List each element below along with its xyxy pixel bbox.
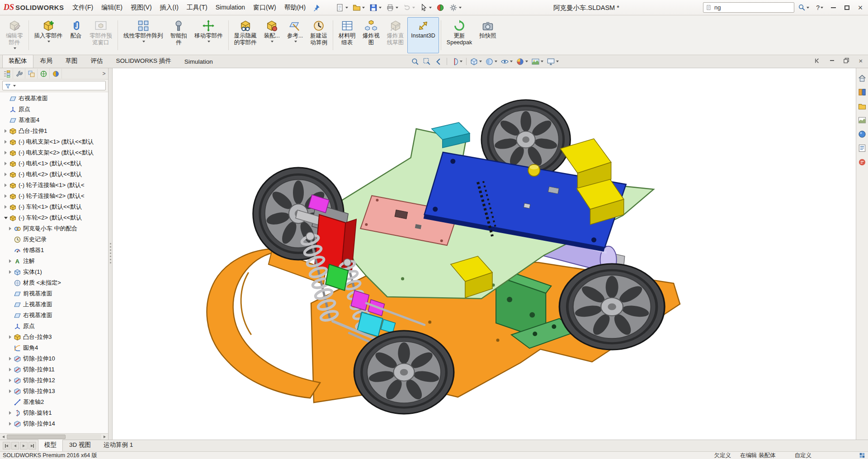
- tab-评估[interactable]: 评估: [85, 55, 109, 68]
- fm-dimxpert-tab[interactable]: [38, 69, 50, 79]
- view-settings-button[interactable]: [545, 57, 560, 66]
- scrollbar-track[interactable]: [7, 434, 101, 440]
- expand-arrow-icon[interactable]: [7, 368, 13, 371]
- panel-expand-arrow-icon[interactable]: >: [100, 70, 108, 77]
- tree-item[interactable]: 右视基准面: [0, 310, 108, 321]
- tree-item[interactable]: (-) 车轮<1> (默认<<默认: [0, 201, 108, 212]
- tab-布局[interactable]: 布局: [34, 55, 59, 68]
- expand-arrow-icon[interactable]: [7, 335, 13, 339]
- view-palette-tab[interactable]: [858, 116, 867, 125]
- scrollbar-thumb[interactable]: [7, 435, 66, 439]
- expand-arrow-icon[interactable]: [3, 205, 9, 209]
- zoom-to-fit-button[interactable]: [410, 57, 421, 66]
- expand-arrow-icon[interactable]: [7, 357, 13, 361]
- expand-arrow-icon[interactable]: [3, 140, 9, 144]
- tab-next-button[interactable]: [20, 442, 28, 450]
- menu-1[interactable]: 文件(F): [68, 1, 97, 14]
- scroll-right-button[interactable]: [101, 434, 108, 440]
- tree-item[interactable]: 凸台-拉伸3: [0, 332, 108, 342]
- tree-item[interactable]: 基准面4: [0, 115, 108, 126]
- edit-component-button[interactable]: 编辑零部件: [2, 17, 27, 53]
- options-button[interactable]: [448, 2, 463, 13]
- fm-display-tab[interactable]: [50, 69, 62, 79]
- tab-first-button[interactable]: [3, 442, 10, 450]
- tree-item[interactable]: (-) 电机<2> (默认<<默认: [0, 169, 108, 180]
- panel-splitter[interactable]: [108, 68, 113, 440]
- update-speedpak-button[interactable]: 更新Speedpak: [443, 17, 476, 53]
- appearances-scenes-tab[interactable]: [858, 130, 867, 139]
- assembly-features-button[interactable]: 装配...: [260, 17, 283, 53]
- open-button[interactable]: [351, 2, 366, 13]
- search-input[interactable]: ng: [703, 2, 794, 13]
- linear-component-pattern-button[interactable]: 线性零部件阵列: [120, 17, 167, 53]
- tree-item[interactable]: A注解: [0, 256, 108, 267]
- exploded-view-button[interactable]: 爆炸视图: [359, 17, 383, 53]
- tree-item[interactable]: 前视基准面: [0, 288, 108, 299]
- fm-properties-tab[interactable]: [13, 69, 25, 79]
- graphics-area[interactable]: [113, 68, 856, 440]
- scroll-left-button[interactable]: [0, 434, 7, 440]
- search-button[interactable]: [796, 3, 811, 12]
- tree-item[interactable]: 原点: [0, 321, 108, 332]
- smart-fasteners-button[interactable]: 智能扣件: [167, 17, 191, 53]
- reference-geometry-button[interactable]: 参考...: [283, 17, 307, 53]
- solidworks-resources-tab[interactable]: [858, 74, 867, 83]
- model-canvas[interactable]: [113, 68, 856, 440]
- expand-arrow-icon[interactable]: [3, 173, 9, 176]
- new-motion-study-button[interactable]: 新建运动算例: [307, 17, 331, 53]
- expand-arrow-icon[interactable]: [7, 422, 13, 426]
- show-hidden-components-button[interactable]: 显示隐藏的零部件: [231, 17, 260, 53]
- new-document-button[interactable]: [334, 2, 349, 13]
- expand-arrow-icon[interactable]: [7, 270, 13, 274]
- tab-装配体[interactable]: 装配体: [2, 55, 33, 68]
- tree-item[interactable]: 材质 <未指定>: [0, 277, 108, 288]
- part-wheel-front-bottom[interactable]: [354, 331, 454, 414]
- tree-item[interactable]: 切除-拉伸13: [0, 386, 108, 397]
- bill-of-materials-button[interactable]: 材料明细表: [335, 17, 359, 53]
- tree-item[interactable]: 原点: [0, 104, 108, 115]
- bottom-tab-3D 视图[interactable]: 3D 视图: [63, 439, 97, 451]
- previous-view-button[interactable]: [433, 57, 444, 66]
- expand-arrow-icon[interactable]: [7, 379, 13, 382]
- tree-horizontal-scrollbar[interactable]: [0, 433, 108, 440]
- expand-arrow-icon[interactable]: [3, 183, 9, 187]
- forum-tab[interactable]: [858, 158, 867, 167]
- splitter-grip[interactable]: [110, 243, 111, 265]
- undo-button[interactable]: [401, 2, 416, 13]
- section-view-button[interactable]: [449, 57, 464, 66]
- tree-item[interactable]: (-) 轮子连接轴<1> (默认<: [0, 180, 108, 191]
- tree-item[interactable]: 右视基准面: [0, 93, 108, 104]
- expand-arrow-icon[interactable]: [3, 151, 9, 155]
- tree-item[interactable]: 上视基准面: [0, 299, 108, 310]
- expand-arrow-icon[interactable]: [7, 411, 13, 415]
- tree-item[interactable]: 基准轴2: [0, 397, 108, 407]
- tree-item[interactable]: (-) 电机支架<1> (默认<<默认: [0, 136, 108, 147]
- fm-features-tab[interactable]: [1, 69, 13, 79]
- save-button[interactable]: [368, 2, 383, 13]
- status-grid-icon[interactable]: [859, 452, 865, 459]
- menu-8[interactable]: 帮助(H): [280, 1, 310, 14]
- expand-arrow-icon[interactable]: [7, 227, 13, 230]
- tab-SOLIDWORKS 插件[interactable]: SOLIDWORKS 插件: [110, 55, 178, 68]
- edit-appearance-button[interactable]: [514, 57, 529, 66]
- close-button[interactable]: ×: [854, 2, 867, 14]
- menu-6[interactable]: Simulation: [212, 1, 249, 14]
- menu-3[interactable]: 视图(V): [127, 1, 156, 14]
- tree-item[interactable]: 圆角4: [0, 342, 108, 353]
- display-style-button[interactable]: [484, 57, 499, 66]
- menu-2[interactable]: 编辑(E): [97, 1, 127, 14]
- tab-Simulation[interactable]: Simulation: [178, 56, 219, 68]
- bottom-tab-运动算例 1[interactable]: 运动算例 1: [97, 439, 139, 451]
- mate-button[interactable]: 配合: [66, 17, 86, 53]
- hide-show-items-button[interactable]: [499, 57, 514, 66]
- maximize-button[interactable]: [840, 2, 854, 14]
- help-button[interactable]: ?: [813, 3, 826, 13]
- tree-item[interactable]: (-) 轮子连接轴<2> (默认<: [0, 191, 108, 201]
- view-orientation-button[interactable]: [468, 57, 483, 66]
- select-button[interactable]: [418, 2, 433, 13]
- tree-item[interactable]: 切除-拉伸14: [0, 418, 108, 429]
- tree-item[interactable]: (-) 电机<1> (默认<<默认: [0, 158, 108, 169]
- tree-item[interactable]: (-) 电机支架<2> (默认<<默认: [0, 147, 108, 158]
- doc-close-icon[interactable]: ×: [857, 57, 864, 64]
- bottom-tab-模型[interactable]: 模型: [38, 439, 63, 451]
